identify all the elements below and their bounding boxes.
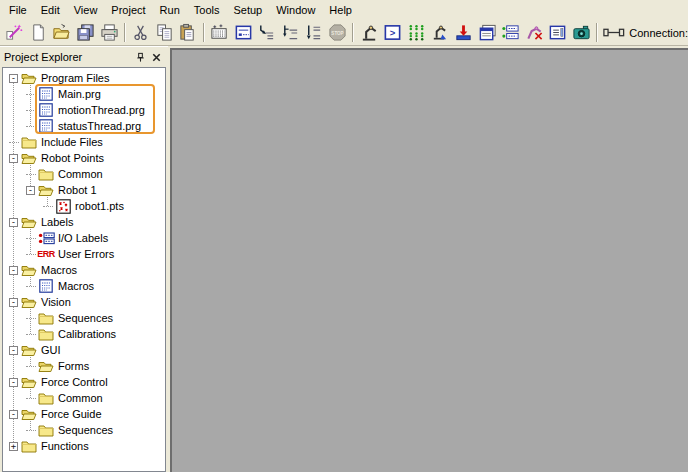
menu-view[interactable]: View (67, 1, 105, 19)
stop-icon[interactable]: STOP (326, 21, 350, 44)
tree-item-label: motionThread.prg (55, 104, 145, 116)
collapse-expander-icon[interactable]: - (9, 378, 18, 387)
connection-plug-icon (603, 26, 625, 39)
syntax-check-icon[interactable] (208, 21, 232, 44)
new-project-wizard-icon[interactable] (3, 21, 27, 44)
tree-item-macros[interactable]: -Macros (7, 262, 165, 278)
tree-connector (26, 174, 36, 175)
folder-open-icon (20, 343, 38, 357)
io-label-editor-icon[interactable] (475, 21, 499, 44)
tree-item-calibrations[interactable]: Calibrations (24, 326, 165, 342)
folder-open-icon (37, 183, 55, 197)
folder-closed-icon (37, 167, 55, 181)
tree-item-label: Forms (55, 360, 89, 372)
tree-connector (26, 110, 36, 111)
robot-error-icon[interactable] (522, 21, 546, 44)
tree-connector (9, 142, 19, 143)
tree-box: -Program FilesMain.prgmotionThread.prgst… (2, 67, 166, 472)
menu-help[interactable]: Help (322, 1, 359, 19)
step-into-icon[interactable] (255, 21, 279, 44)
print-icon[interactable] (97, 21, 121, 44)
menu-run[interactable]: Run (153, 1, 187, 19)
tree-item-program-files[interactable]: -Program Files (7, 70, 165, 86)
menu-setup[interactable]: Setup (226, 1, 269, 19)
main-workspace (170, 48, 688, 472)
tree-item-labels[interactable]: -Labels (7, 214, 165, 230)
toolbar-separator (596, 23, 598, 42)
tree-item-functions[interactable]: +Functions (7, 438, 165, 454)
robot-manager-icon[interactable] (357, 21, 381, 44)
tree-item-force-control[interactable]: -Force Control (7, 374, 165, 390)
run-window-icon[interactable] (231, 21, 255, 44)
tree-item-macros[interactable]: Macros (24, 278, 165, 294)
paste-icon[interactable] (176, 21, 200, 44)
menu-window[interactable]: Window (269, 1, 322, 19)
step-out-icon[interactable] (302, 21, 326, 44)
tree-connector (26, 318, 36, 319)
tree-item-common[interactable]: Common (24, 166, 165, 182)
prg-icon (37, 119, 55, 133)
copy-icon[interactable] (153, 21, 177, 44)
collapse-expander-icon[interactable]: - (9, 266, 18, 275)
tree-item-robot-points[interactable]: -Robot Points (7, 150, 165, 166)
tree-item-label: Macros (38, 264, 77, 276)
form-editor-icon[interactable] (546, 21, 570, 44)
tree-item-i-o-labels[interactable]: I/O Labels (24, 230, 165, 246)
tree-item-forms[interactable]: Forms (24, 358, 165, 374)
collapse-expander-icon[interactable]: - (9, 346, 18, 355)
connection-label: Connection: (629, 27, 688, 39)
tree-item-sequences[interactable]: Sequences (24, 310, 165, 326)
collapse-expander-icon[interactable]: - (9, 74, 18, 83)
tree-item-label: Robot 1 (55, 184, 97, 196)
collapse-expander-icon[interactable]: - (9, 410, 18, 419)
tree-item-user-errors[interactable]: ERRUser Errors (24, 246, 165, 262)
tree-item-motionthread-prg[interactable]: motionThread.prg (24, 102, 165, 118)
tree-item-robot1-pts[interactable]: robot1.pts (41, 198, 165, 214)
tree-item-label: I/O Labels (55, 232, 108, 244)
toolbar-separator (203, 23, 205, 42)
tree-item-force-guide[interactable]: -Force Guide (7, 406, 165, 422)
folder-open-icon (37, 359, 55, 373)
tree-item-label: statusThread.prg (55, 120, 141, 132)
tree-item-sequences[interactable]: Sequences (24, 422, 165, 438)
tree-item-gui[interactable]: -GUI (7, 342, 165, 358)
tree-item-include-files[interactable]: Include Files (7, 134, 165, 150)
command-window-icon[interactable]: > (381, 21, 405, 44)
collapse-expander-icon[interactable]: - (9, 154, 18, 163)
tree-item-label: Calibrations (55, 328, 116, 340)
tree-item-robot-1[interactable]: -Robot 1 (24, 182, 165, 198)
tree-item-label: Include Files (38, 136, 103, 148)
tree-item-vision[interactable]: -Vision (7, 294, 165, 310)
cut-icon[interactable] (129, 21, 153, 44)
io-monitor-icon[interactable] (405, 21, 429, 44)
new-file-icon[interactable] (27, 21, 51, 44)
tree-item-label: Common (55, 168, 103, 180)
save-all-icon[interactable] (74, 21, 98, 44)
menu-edit[interactable]: Edit (34, 1, 67, 19)
err-icon: ERR (37, 249, 55, 259)
step-over-icon[interactable] (279, 21, 303, 44)
close-icon[interactable] (148, 50, 164, 65)
tree-item-main-prg[interactable]: Main.prg (24, 86, 165, 102)
push-pin-icon[interactable] (132, 50, 148, 65)
tree-item-common[interactable]: Common (24, 390, 165, 406)
open-folder-icon[interactable] (50, 21, 74, 44)
collapse-expander-icon[interactable]: - (9, 218, 18, 227)
tree-connector (26, 398, 36, 399)
menu-bar: File Edit View Project Run Tools Setup W… (0, 0, 688, 20)
vision-camera-icon[interactable] (570, 21, 594, 44)
menu-file[interactable]: File (2, 1, 34, 19)
simulator-icon[interactable] (428, 21, 452, 44)
collapse-expander-icon[interactable]: - (26, 186, 35, 195)
svg-text:>: > (390, 27, 396, 38)
task-manager-icon[interactable] (499, 21, 523, 44)
tree-item-label: Sequences (55, 312, 113, 324)
collapse-expander-icon[interactable]: - (9, 298, 18, 307)
menu-tools[interactable]: Tools (187, 1, 227, 19)
tree-item-statusthread-prg[interactable]: statusThread.prg (24, 118, 165, 134)
expand-expander-icon[interactable]: + (9, 442, 18, 451)
folder-closed-icon (20, 439, 38, 453)
menu-project[interactable]: Project (104, 1, 152, 19)
download-icon[interactable] (452, 21, 476, 44)
tree-item-label: Main.prg (55, 88, 101, 100)
